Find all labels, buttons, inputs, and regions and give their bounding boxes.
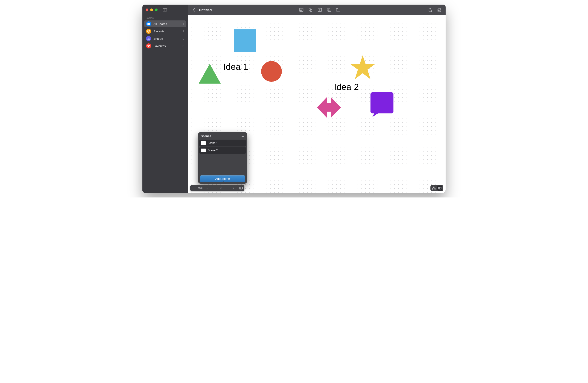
svg-point-35 bbox=[435, 188, 436, 189]
scene-label: Scene 1 bbox=[208, 141, 218, 145]
shape-triangle-green[interactable] bbox=[199, 64, 221, 84]
sidebar-item-all-boards[interactable]: All Boards 1 bbox=[144, 20, 186, 27]
zoom-out-button[interactable] bbox=[191, 185, 196, 191]
svg-point-15 bbox=[328, 9, 329, 10]
window-titlebar bbox=[142, 5, 188, 15]
next-scene-button[interactable] bbox=[230, 185, 235, 191]
shape-speech-purple[interactable] bbox=[371, 92, 394, 118]
sidebar-item-count: 1 bbox=[183, 30, 184, 33]
sidebar-item-label: Recents bbox=[153, 30, 165, 33]
svg-point-33 bbox=[433, 187, 434, 188]
shape-tool-icon[interactable] bbox=[308, 7, 313, 12]
scene-list: Scene 1 Scene 2 bbox=[198, 140, 247, 154]
sidebar-item-label: Favorites bbox=[153, 44, 166, 48]
insert-tool-group bbox=[299, 7, 341, 12]
sidebar-item-recents[interactable]: Recents 1 bbox=[144, 28, 186, 35]
sidebar-item-label: All Boards bbox=[153, 22, 167, 26]
svg-marker-21 bbox=[317, 97, 341, 118]
sidebar: Boards All Boards 1 Recents 1 Shared 0 bbox=[142, 5, 188, 193]
edit-icon[interactable] bbox=[437, 7, 442, 12]
traffic-lights bbox=[146, 8, 158, 11]
svg-rect-13 bbox=[327, 8, 330, 11]
shape-square-blue[interactable] bbox=[234, 29, 256, 53]
note-tool-icon[interactable] bbox=[299, 7, 304, 12]
outline-view-button[interactable] bbox=[431, 185, 436, 191]
sidebar-item-count: 0 bbox=[183, 37, 184, 40]
svg-marker-18 bbox=[199, 64, 221, 83]
canvas-text-idea-1[interactable]: Idea 1 bbox=[223, 62, 248, 72]
svg-rect-0 bbox=[163, 8, 167, 11]
svg-rect-2 bbox=[147, 23, 150, 25]
sidebar-item-shared[interactable]: Shared 0 bbox=[144, 35, 186, 42]
sidebar-section-header: Boards bbox=[142, 15, 188, 20]
canvas-viewport[interactable]: Idea 1 Idea 2 Scenes ••• Scene 1 Scene 2 bbox=[188, 15, 446, 193]
shape-circle-red[interactable] bbox=[261, 61, 282, 83]
toolbar: Untitled bbox=[188, 5, 446, 15]
favorites-icon bbox=[146, 43, 151, 48]
present-button[interactable] bbox=[238, 185, 243, 191]
sidebar-toggle-icon[interactable] bbox=[162, 8, 168, 12]
svg-point-4 bbox=[148, 38, 149, 39]
image-tool-icon[interactable] bbox=[326, 7, 332, 12]
share-icon[interactable] bbox=[428, 7, 433, 12]
canvas-text-idea-2[interactable]: Idea 2 bbox=[334, 82, 359, 92]
add-scene-button[interactable]: Add Scene bbox=[200, 175, 245, 182]
prev-scene-button[interactable] bbox=[218, 185, 224, 191]
sidebar-item-favorites[interactable]: Favorites 0 bbox=[144, 42, 186, 49]
scene-row[interactable]: Scene 1 bbox=[199, 140, 246, 146]
app-window: Boards All Boards 1 Recents 1 Shared 0 bbox=[142, 5, 446, 193]
scene-thumbnail-icon bbox=[201, 149, 206, 152]
zoom-level[interactable]: 75% bbox=[197, 186, 204, 190]
all-boards-icon bbox=[146, 21, 151, 26]
svg-rect-36 bbox=[439, 187, 441, 189]
document-title[interactable]: Untitled bbox=[199, 8, 212, 12]
scene-list-button[interactable] bbox=[224, 185, 230, 191]
scene-label: Scene 2 bbox=[208, 149, 218, 152]
shape-star-yellow[interactable] bbox=[350, 55, 375, 80]
back-button[interactable] bbox=[191, 7, 197, 12]
scene-thumbnail-icon bbox=[201, 141, 206, 145]
sidebar-item-count: 1 bbox=[183, 22, 184, 26]
scenes-popover: Scenes ••• Scene 1 Scene 2 Add Scene bbox=[198, 132, 247, 184]
fullscreen-window-button[interactable] bbox=[155, 8, 158, 11]
zoom-bar: 75% bbox=[190, 185, 244, 191]
zoom-in-button[interactable] bbox=[210, 185, 215, 191]
share-tool-group bbox=[428, 7, 442, 12]
scene-row[interactable]: Scene 2 bbox=[199, 147, 246, 154]
sidebar-item-label: Shared bbox=[153, 37, 163, 40]
grid-view-button[interactable] bbox=[437, 185, 442, 191]
svg-point-28 bbox=[226, 187, 226, 187]
text-tool-icon[interactable] bbox=[317, 7, 322, 12]
shape-double-arrow-pink[interactable] bbox=[317, 96, 341, 120]
close-window-button[interactable] bbox=[146, 8, 148, 11]
svg-rect-17 bbox=[234, 29, 256, 52]
svg-point-5 bbox=[149, 38, 149, 39]
scenes-title: Scenes bbox=[201, 134, 211, 138]
svg-marker-32 bbox=[240, 187, 242, 189]
minimize-window-button[interactable] bbox=[150, 8, 153, 11]
svg-point-34 bbox=[432, 188, 433, 189]
recents-icon bbox=[146, 29, 151, 34]
scenes-header: Scenes ••• bbox=[198, 132, 247, 140]
folder-tool-icon[interactable] bbox=[336, 7, 341, 12]
zoom-dropdown-icon[interactable] bbox=[204, 185, 210, 191]
svg-point-29 bbox=[226, 188, 226, 188]
view-mode-bar bbox=[430, 185, 443, 191]
main-area: Untitled bbox=[188, 5, 446, 193]
svg-point-19 bbox=[261, 61, 282, 82]
svg-point-30 bbox=[226, 189, 226, 189]
svg-marker-20 bbox=[350, 55, 375, 79]
sidebar-item-count: 0 bbox=[183, 44, 184, 48]
scenes-more-icon[interactable]: ••• bbox=[240, 134, 244, 138]
shared-icon bbox=[146, 36, 151, 41]
